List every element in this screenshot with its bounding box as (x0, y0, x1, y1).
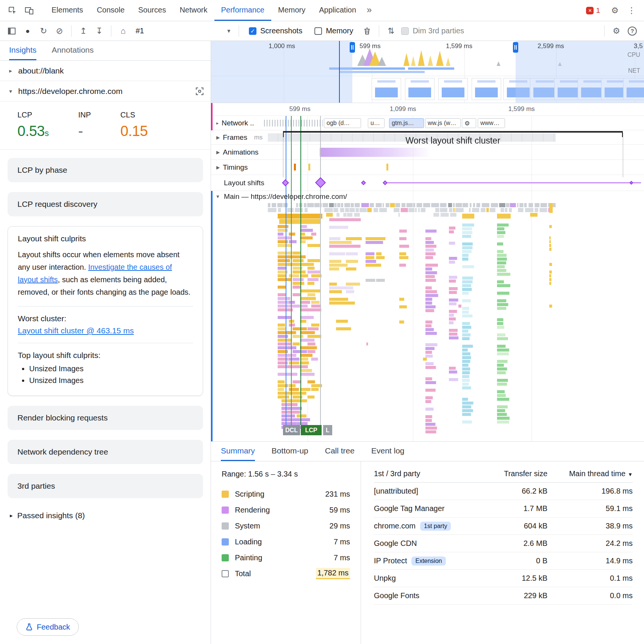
network-request-chip[interactable]: ww.js (w… (425, 118, 461, 128)
toolbar-divider (111, 25, 111, 37)
reload-and-record-button[interactable]: ↻ (36, 24, 51, 38)
tab-network[interactable]: Network (173, 0, 214, 21)
tab-annotations[interactable]: Annotations (52, 41, 94, 60)
toggle-sidebar-icon[interactable] (5, 24, 19, 38)
main-thread-flame-chart[interactable] (211, 202, 644, 441)
timing-mark[interactable] (386, 164, 388, 170)
tab-elements[interactable]: Elements (45, 0, 90, 21)
table-row[interactable]: [unattributed] 66.2 kB 196.8 ms (374, 483, 633, 500)
filmstrip-thumbnail[interactable] (472, 78, 501, 100)
help-icon[interactable]: ? (625, 24, 639, 38)
live-metrics-home-icon[interactable]: ⌂ (116, 24, 130, 38)
tab-summary[interactable]: Summary (221, 442, 255, 461)
table-row[interactable]: Google Fonts 229 kB 0.0 ms (374, 587, 633, 605)
garbage-collect-icon[interactable] (360, 24, 374, 38)
tab-insights[interactable]: Insights (9, 41, 36, 60)
table-row[interactable]: IP ProtectExtension 0 B 14.9 ms (374, 552, 633, 570)
viewfinder-icon[interactable] (195, 87, 204, 95)
insight-card-lcp-by-phase[interactable]: LCP by phase (8, 158, 203, 182)
metric-cls[interactable]: CLS 0.15 (120, 111, 148, 139)
inspect-element-icon[interactable] (5, 3, 20, 18)
table-row[interactable]: Google CDN 2.6 MB 24.2 ms (374, 535, 633, 552)
screenshots-checkbox[interactable]: ✓ Screenshots (249, 27, 302, 35)
tab-console[interactable]: Console (90, 0, 131, 21)
main-thread-track-header[interactable]: ▼ Main — https://developer.chrome.com/ (211, 191, 644, 202)
culprit-item[interactable]: Unsized Images (29, 364, 193, 373)
tab-event-log[interactable]: Event log (371, 442, 405, 461)
timeline-overview[interactable]: 1,000 ms 599 ms 1,599 ms 2,599 ms 3,5 CP… (211, 41, 644, 103)
metric-inp[interactable]: INP - (78, 111, 91, 139)
page-row-developer-chrome[interactable]: ▾ https://developer.chrome.com (0, 81, 211, 102)
table-row[interactable]: chrome.com1st party 604 kB 38.9 ms (374, 517, 633, 535)
history-dropdown[interactable]: #1 ▾ (132, 24, 234, 38)
network-track[interactable]: ogb (d… u… gtm.js… ww.js (w… ⚙ www… ▸ Ne… (211, 116, 644, 130)
insight-card-layout-shift-culprits[interactable]: Layout shift culprits Layout shifts occu… (8, 226, 203, 396)
culprit-item[interactable]: Unsized Images (29, 376, 193, 385)
layout-shifts-track-header[interactable]: Layout shifts (222, 179, 267, 187)
layout-shift-diamond[interactable] (383, 180, 388, 185)
timings-track[interactable]: ▶ Timings (211, 160, 644, 175)
filmstrip-thumbnail[interactable] (372, 78, 401, 100)
page-row-about-blank[interactable]: ▸ about://blank (0, 61, 211, 81)
l-marker-chip[interactable]: L (323, 425, 332, 435)
animations-track[interactable]: ▶ Animations (211, 145, 644, 160)
tab-performance[interactable]: Performance (214, 0, 272, 21)
settings-gear-icon[interactable]: ⚙ (608, 3, 622, 18)
column-header-main-thread-time[interactable]: Main thread time▼ (547, 469, 633, 478)
metric-lcp[interactable]: LCP 0.53s (17, 111, 48, 139)
network-request-chip[interactable]: u… (368, 118, 385, 128)
layout-shift-diamond[interactable] (315, 177, 326, 188)
insight-card-3rd-parties[interactable]: 3rd parties (8, 474, 203, 498)
worst-cluster-link[interactable]: Layout shift cluster @ 463.15 ms (18, 326, 134, 335)
animations-track-header[interactable]: ▶ Animations (214, 148, 261, 156)
table-row[interactable]: Google Tag Manager 1.7 MB 59.1 ms (374, 500, 633, 517)
record-button[interactable]: ● (20, 24, 35, 38)
timings-track-header[interactable]: ▶ Timings (214, 163, 250, 172)
network-request-chip[interactable]: ogb (d… (324, 118, 361, 128)
table-row[interactable]: Unpkg 12.5 kB 0.1 ms (374, 570, 633, 587)
tab-bottom-up[interactable]: Bottom-up (272, 442, 308, 461)
passed-insights-toggle[interactable]: ▸ Passed insights (8) (8, 508, 203, 523)
save-profile-icon[interactable]: ↥ (76, 24, 91, 38)
lcp-marker-chip[interactable]: LCP (301, 425, 322, 435)
network-request-gear-chip[interactable]: ⚙ (462, 118, 476, 128)
network-request-chip[interactable]: gtm.js… (389, 118, 424, 128)
tab-sources[interactable]: Sources (131, 0, 173, 21)
flame-chart-canvas[interactable] (211, 202, 644, 441)
insight-card-render-blocking[interactable]: Render blocking requests (8, 406, 203, 430)
filmstrip-thumbnail[interactable] (438, 78, 468, 100)
dim-3rd-parties-toggle[interactable]: Dim 3rd parties (401, 27, 464, 35)
insight-card-lcp-request-discovery[interactable]: LCP request discovery (8, 192, 203, 216)
layout-shift-diamond[interactable] (630, 181, 633, 185)
tab-memory[interactable]: Memory (271, 0, 312, 21)
range-handle-left[interactable] (350, 42, 355, 53)
column-header-transfer-size[interactable]: Transfer size (475, 469, 547, 478)
feedback-button[interactable]: Feedback (17, 618, 79, 636)
network-track-header[interactable]: ▸ Network .. (214, 119, 256, 127)
capture-settings-icon[interactable]: ⇅ (384, 24, 398, 38)
layout-shift-diamond[interactable] (282, 179, 289, 186)
error-count-badge[interactable]: ✕ 1 (586, 6, 600, 15)
load-profile-icon[interactable]: ↧ (92, 24, 106, 38)
dcl-marker-chip[interactable]: DCL (283, 425, 300, 435)
device-toolbar-icon[interactable] (22, 3, 36, 18)
range-handle-right[interactable] (513, 42, 518, 53)
memory-checkbox[interactable]: Memory (314, 27, 353, 35)
timing-mark[interactable] (308, 164, 310, 170)
layout-shifts-track[interactable]: Layout shifts (211, 175, 644, 191)
layout-shift-diamond[interactable] (361, 180, 366, 185)
metric-name: CLS (120, 111, 148, 119)
tab-application[interactable]: Application (312, 0, 363, 21)
more-panels-icon[interactable]: » (363, 0, 375, 21)
timing-mark[interactable] (294, 164, 296, 170)
kebab-menu-icon[interactable]: ⋮ (624, 3, 639, 18)
column-header-party[interactable]: 1st / 3rd party (374, 469, 475, 478)
filmstrip-thumbnail[interactable] (405, 78, 435, 100)
insight-card-network-dependency-tree[interactable]: Network dependency tree (8, 440, 203, 464)
clear-button[interactable]: ⊘ (52, 24, 67, 38)
frames-track-header[interactable]: ▶ Frames ms (214, 133, 265, 142)
capture-settings-gear-icon[interactable]: ⚙ (609, 24, 624, 38)
network-request-chip[interactable]: www… (478, 118, 505, 128)
tab-call-tree[interactable]: Call tree (325, 442, 355, 461)
timeline-ruler[interactable]: 599 ms 1,099 ms 1,599 ms (211, 103, 644, 116)
